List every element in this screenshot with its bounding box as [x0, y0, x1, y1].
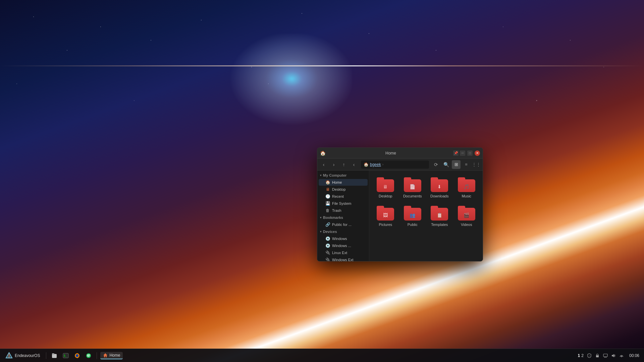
home-icon: 🏠 — [325, 180, 330, 185]
systray: ✓ — [586, 353, 625, 359]
forward-button[interactable]: › — [329, 160, 338, 169]
folder-item-music[interactable]: 🎵 Music — [454, 175, 479, 200]
folder-icon-videos: 🎬 — [458, 206, 475, 221]
folder-item-public[interactable]: 👥 Public — [400, 203, 425, 229]
filesystem-icon: 💾 — [325, 201, 330, 206]
sidebar-public-bookmark-label: Public for ... — [332, 223, 352, 227]
workspace-switcher: 1 2 — [578, 353, 584, 358]
file-grid: 🖥 Desktop 📄 Documents ⬇ — [369, 171, 483, 261]
folder-label-public: Public — [408, 223, 418, 227]
sidebar-item-windows2[interactable]: 💿 Windows ... — [319, 242, 368, 249]
taskbar-left: EndeavourOS $_ — [3, 351, 578, 360]
folder-label-pictures: Pictures — [379, 223, 392, 227]
section-arrow-devices: ▾ — [320, 230, 322, 233]
folder-item-desktop[interactable]: 🖥 Desktop — [373, 175, 398, 200]
folder-label-templates: Templates — [431, 223, 448, 227]
sidebar-section-my-computer[interactable]: ▾ My Computer — [317, 172, 369, 179]
taskbar-separator-1 — [46, 352, 46, 359]
sidebar-home-label: Home — [332, 180, 342, 184]
view-compact-button[interactable]: ⋮⋮ — [472, 160, 481, 169]
folder-icon-templates: 📋 — [431, 206, 448, 221]
taskbar-browser-icon[interactable] — [72, 351, 82, 360]
refresh-button[interactable]: ⟳ — [432, 160, 440, 169]
path-segment[interactable]: bgeek — [370, 162, 381, 167]
sidebar-item-desktop[interactable]: 🖥 Desktop — [319, 186, 368, 193]
taskbar-home-item[interactable]: Home — [100, 352, 123, 359]
section-label-my-computer: My Computer — [323, 173, 346, 177]
svg-text:$_: $_ — [64, 354, 67, 357]
folder-icon-desktop: 🖥 — [377, 177, 394, 192]
taskbar-clock: 00:06 — [627, 353, 641, 358]
public-bookmark-icon: 🔗 — [325, 222, 330, 227]
workspace-2[interactable]: 2 — [581, 353, 584, 358]
workspace-1[interactable]: 1 — [578, 353, 580, 358]
folder-icon-music: 🎵 — [458, 177, 475, 192]
sidebar-windows-ext-label: Windows Ext — [332, 258, 354, 261]
svg-marker-17 — [612, 354, 614, 357]
sidebar-item-windows-ext[interactable]: 🔌 Windows Ext — [319, 256, 368, 261]
shield-tray-icon[interactable]: ✓ — [586, 353, 592, 359]
taskbar: EndeavourOS $_ — [0, 349, 644, 362]
search-button[interactable]: 🔍 — [442, 160, 450, 169]
folder-icon-pictures: 🖼 — [377, 206, 394, 221]
section-arrow-bookmarks: ▾ — [320, 216, 322, 219]
recent-icon: 🕐 — [325, 194, 330, 199]
svg-marker-10 — [103, 353, 107, 357]
sidebar-item-linux-ext[interactable]: 🔌 Linux Ext — [319, 249, 368, 256]
folder-icon-documents: 📄 — [404, 177, 421, 192]
titlebar-title: Home — [328, 151, 453, 156]
endeavour-logo-icon — [5, 352, 13, 359]
sidebar-linux-ext-label: Linux Ext — [332, 251, 347, 255]
folder-label-videos: Videos — [461, 223, 472, 227]
taskbar-terminal-icon[interactable]: $_ — [61, 351, 70, 360]
endeavour-logo[interactable]: EndeavourOS — [3, 351, 43, 360]
windows2-icon: 💿 — [325, 243, 330, 248]
svg-point-8 — [76, 354, 78, 357]
sidebar-section-bookmarks[interactable]: ▾ Bookmarks — [317, 214, 369, 221]
sidebar-section-devices[interactable]: ▾ Devices — [317, 228, 369, 235]
sidebar-item-public-bookmark[interactable]: 🔗 Public for ... — [319, 221, 368, 228]
path-home-icon: 🏠 — [364, 162, 369, 167]
folder-item-templates[interactable]: 📋 Templates — [427, 203, 452, 229]
view-grid-button[interactable]: ⊞ — [452, 160, 461, 169]
sidebar-windows-label: Windows — [332, 237, 347, 241]
left-pane-button[interactable]: ‹ — [350, 160, 358, 169]
sidebar-recent-label: Recent — [332, 194, 344, 198]
minimize-button[interactable]: ─ — [460, 150, 465, 156]
close-button[interactable]: ✕ — [475, 150, 480, 156]
sidebar-item-trash[interactable]: 🗑 Trash — [319, 207, 368, 214]
folder-item-downloads[interactable]: ⬇ Downloads — [427, 175, 452, 200]
folder-item-videos[interactable]: 🎬 Videos — [454, 203, 479, 229]
section-arrow-my-computer: ▾ — [320, 174, 322, 177]
taskbar-separator-2 — [97, 352, 97, 359]
pin-button[interactable]: 📌 — [453, 150, 459, 156]
sidebar-desktop-label: Desktop — [332, 187, 345, 191]
folder-item-documents[interactable]: 📄 Documents — [400, 175, 425, 200]
view-list-button[interactable]: ≡ — [462, 160, 471, 169]
display-tray-icon[interactable] — [602, 353, 608, 359]
taskbar-spotify-icon[interactable] — [84, 351, 93, 360]
titlebar-app-icon: 🏠 — [320, 150, 326, 156]
svg-rect-13 — [603, 354, 607, 357]
lock-tray-icon[interactable] — [594, 353, 600, 359]
volume-tray-icon[interactable] — [610, 353, 616, 359]
sidebar-item-home[interactable]: 🏠 Home — [319, 179, 368, 186]
sidebar-item-filesystem[interactable]: 💾 File System — [319, 200, 368, 207]
home-taskbar-label: Home — [109, 353, 120, 358]
back-button[interactable]: ‹ — [319, 160, 328, 169]
taskbar-files-icon[interactable] — [50, 351, 59, 360]
sidebar-item-recent[interactable]: 🕐 Recent — [319, 193, 368, 200]
up-button[interactable]: ↑ — [339, 160, 348, 169]
sidebar-filesystem-label: File System — [332, 201, 351, 205]
sidebar-item-windows[interactable]: 💿 Windows — [319, 235, 368, 242]
folder-item-pictures[interactable]: 🖼 Pictures — [373, 203, 398, 229]
maximize-button[interactable]: □ — [467, 150, 473, 156]
network-tray-icon[interactable] — [619, 353, 625, 359]
svg-point-18 — [621, 356, 622, 357]
toolbar: ‹ › ↑ ‹ 🏠 bgeek › ⟳ 🔍 ⊞ ≡ ⋮⋮ — [317, 159, 483, 171]
sidebar: ▾ My Computer 🏠 Home 🖥 Desktop 🕐 Recent … — [317, 171, 369, 261]
endeavour-text: EndeavourOS — [15, 353, 40, 358]
path-bar[interactable]: 🏠 bgeek › — [361, 161, 429, 169]
section-label-bookmarks: Bookmarks — [323, 216, 343, 220]
folder-icon-public: 👥 — [404, 206, 421, 221]
